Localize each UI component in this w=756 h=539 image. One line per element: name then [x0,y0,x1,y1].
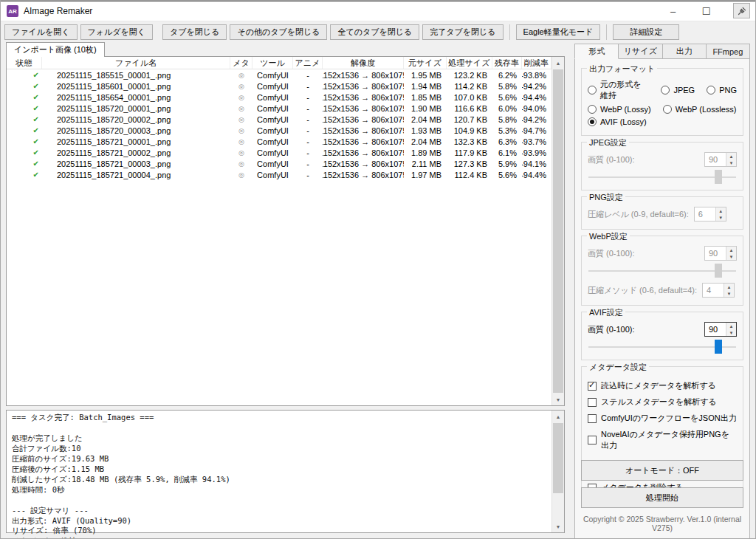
avif-quality-slider[interactable] [588,340,736,354]
cell-meta: ◎ [230,149,252,157]
toolbar-button-3[interactable]: その他のタブを閉じる [230,24,327,40]
column-header-1[interactable]: ファイル名 [42,57,230,69]
cell-reduction: -94.1% [522,159,551,168]
jpeg-quality-spinner[interactable]: 90 ▲▼ [704,152,737,167]
tab-imported-images[interactable]: インポート画像 (10枚) [6,42,105,57]
cell-anime: - [293,159,323,168]
cell-anime: - [293,82,323,91]
output-format-radio[interactable]: WebP (Lossless) [663,105,737,114]
output-format-radio[interactable]: AVIF (Lossy) [588,117,647,126]
output-format-radio[interactable]: PNG [707,79,737,101]
log-scrollbar[interactable]: ▲ ▼ [551,411,564,532]
column-header-5[interactable]: 解像度 [323,57,404,69]
spin-up-icon[interactable]: ▲ [726,247,736,253]
output-format-radio[interactable]: 元の形式を維持 [588,79,649,101]
cell-tool: ComfyUI [252,126,293,135]
jpeg-quality-slider[interactable] [588,170,736,184]
toolbar-button-7[interactable]: 詳細設定 [613,24,679,40]
radio-label: AVIF (Lossy) [600,117,647,126]
table-row[interactable]: ✔20251115_185720_00001_.png◎ComfyUI-1152… [7,103,564,114]
settings-tab-2[interactable]: 出力 [663,44,707,59]
png-settings-group: PNG設定 圧縮レベル (0-9, default=6): 6 ▲▼ [581,196,743,230]
slider-handle[interactable] [715,170,722,184]
avif-quality-spinner[interactable]: 90 ▲▼ [704,322,737,337]
toolbar-button-5[interactable]: 完了タブを閉じる [422,24,503,40]
scrollbar-thumb[interactable] [553,423,563,493]
slider-handle[interactable] [715,264,722,278]
scroll-up-icon[interactable]: ▲ [552,411,564,422]
webp-method-spinner[interactable]: 4 ▲▼ [702,283,735,298]
column-header-6[interactable]: 元サイズ [404,57,447,69]
cell-resolution: 1152x1536 → 806x1075 [323,137,404,146]
scroll-down-icon[interactable]: ▼ [552,521,564,532]
png-level-spinner[interactable]: 6 ▲▼ [694,207,726,222]
checkbox-option[interactable]: ComfyUIのワークフローをJSON出力 [588,413,737,424]
spin-up-icon[interactable]: ▲ [726,323,736,329]
table-row[interactable]: ✔20251115_185721_00004_.png◎ComfyUI-1152… [7,169,564,180]
table-scrollbar[interactable]: ▲ ▼ [551,57,564,405]
minimize-button[interactable]: – [656,1,690,21]
webp-quality-slider[interactable] [588,264,736,278]
checkbox-option[interactable]: ステルスメタデータを解析する [588,396,737,408]
cell-original: 1.93 MB [404,126,447,135]
cell-filename: 20251115_185601_00001_.png [42,82,230,91]
table-row[interactable]: ✔20251115_185721_00001_.png◎ComfyUI-1152… [7,136,564,147]
maximize-button[interactable]: ☐ [690,1,723,21]
pin-button[interactable] [733,3,750,18]
output-format-radio[interactable]: JPEG [661,79,695,101]
scroll-down-icon[interactable]: ▼ [552,394,564,405]
panel-bottom-area: オートモード：OFF 処理開始 Copyright © 2025 Strawbe… [581,453,743,532]
checkbox-option[interactable]: NovelAIのメタデータ保持用PNGを出力 [588,429,737,451]
table-row[interactable]: ✔20251115_185721_00003_.png◎ComfyUI-1152… [7,158,564,169]
status-check-icon: ✔ [7,71,42,79]
log-panel: === タスク完了: Batch_Images === 処理が完了しました 合計… [6,410,565,533]
group-title: JPEG設定 [587,137,629,148]
radio-label: JPEG [673,86,695,95]
spin-down-icon[interactable]: ▼ [726,253,736,260]
table-row[interactable]: ✔20251115_185720_00003_.png◎ComfyUI-1152… [7,125,564,136]
spin-down-icon[interactable]: ▼ [716,214,726,221]
cell-meta: ◎ [230,138,252,145]
spin-up-icon[interactable]: ▲ [726,153,736,159]
scrollbar-thumb[interactable] [553,69,563,393]
radio-icon [588,105,597,114]
spin-up-icon[interactable]: ▲ [724,284,734,290]
webp-quality-spinner[interactable]: 90 ▲▼ [704,246,737,261]
table-row[interactable]: ✔20251115_185654_00001_.png◎ComfyUI-1152… [7,92,564,103]
column-header-9[interactable]: 削減率 [522,57,551,69]
settings-tab-1[interactable]: リサイズ [619,44,662,59]
column-header-4[interactable]: アニメ [293,57,323,69]
jpeg-settings-group: JPEG設定 画質 (0-100): 90 ▲▼ [581,142,743,190]
column-header-0[interactable]: 状態 [7,57,42,69]
toolbar-button-0[interactable]: ファイルを開く [4,24,78,40]
output-format-radio[interactable]: WebP (Lossy) [588,105,651,114]
spin-down-icon[interactable]: ▼ [726,329,736,336]
spin-down-icon[interactable]: ▼ [724,290,734,297]
slider-handle[interactable] [715,340,722,354]
cell-processed: 114.2 KB [447,82,492,91]
column-header-2[interactable]: メタ [230,57,252,69]
column-header-8[interactable]: 残存率 [492,57,522,69]
toolbar-button-2[interactable]: タブを閉じる [162,24,227,40]
table-row[interactable]: ✔20251115_185721_00002_.png◎ComfyUI-1152… [7,147,564,158]
table-row[interactable]: ✔20251115_185601_00001_.png◎ComfyUI-1152… [7,80,564,92]
column-header-7[interactable]: 処理サイズ [447,57,492,69]
table-row[interactable]: ✔20251115_185515_00001_.png◎ComfyUI-1152… [7,69,564,80]
cell-processed: 120.7 KB [447,115,492,124]
checkbox-option[interactable]: 読込時にメタデータを解析する [588,380,737,391]
settings-tab-3[interactable]: FFmpeg [707,44,750,59]
settings-tab-0[interactable]: 形式 [574,44,619,59]
toolbar-button-6[interactable]: Eagle軽量化モード [516,24,601,40]
group-title: WebP設定 [587,231,630,242]
scroll-up-icon[interactable]: ▲ [552,57,564,69]
auto-mode-button[interactable]: オートモード：OFF [581,460,743,481]
spin-down-icon[interactable]: ▼ [726,159,736,166]
column-header-3[interactable]: ツール [252,57,293,69]
window-title: AImage Remaker [24,6,92,16]
toolbar-button-4[interactable]: 全てのタブを閉じる [330,24,419,40]
spin-up-icon[interactable]: ▲ [716,207,726,214]
table-row[interactable]: ✔20251115_185720_00002_.png◎ComfyUI-1152… [7,114,564,125]
start-processing-button[interactable]: 処理開始 [581,487,743,508]
toolbar-button-1[interactable]: フォルダを開く [80,24,154,40]
app-icon: AR [7,5,18,17]
